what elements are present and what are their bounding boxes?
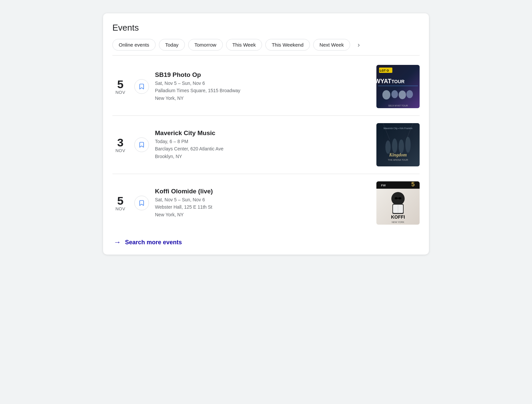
- event-list: 5 NOV SB19 Photo Op Sat, Nov 5 – Sun, No…: [112, 58, 420, 232]
- svg-text:LGT O: LGT O: [380, 69, 389, 72]
- search-more-arrow-icon: →: [114, 238, 121, 247]
- event-name: SB19 Photo Op: [155, 71, 370, 79]
- event-venue: Webster Hall, 125 E 11th St: [155, 204, 212, 210]
- event-meta: Sat, Nov 5 – Sun, Nov 6 Palladium Times …: [155, 80, 370, 102]
- event-date: 5 NOV: [112, 195, 128, 211]
- date-number: 3: [117, 137, 124, 148]
- event-city: Brooklyn, NY: [155, 154, 182, 159]
- svg-rect-27: [395, 197, 398, 199]
- event-info: Maverick City Music Today, 6 – 8 PM Barc…: [155, 129, 370, 160]
- svg-text:THE ARENA TOUR: THE ARENA TOUR: [388, 159, 408, 161]
- event-venue: Palladium Times Square, 1515 Broadway: [155, 88, 240, 93]
- svg-point-9: [406, 90, 413, 98]
- event-row: 5 NOV Koffi Olomide (live) Sat, Nov 5 – …: [112, 174, 420, 232]
- search-more-row[interactable]: → Search more events: [112, 232, 420, 248]
- events-card: Events Online events Today Tomorrow This…: [103, 13, 429, 255]
- event-date: 3 NOV: [112, 137, 128, 153]
- bookmark-button[interactable]: [134, 79, 149, 94]
- svg-rect-28: [398, 197, 401, 199]
- svg-text:NEW YORK: NEW YORK: [392, 221, 404, 223]
- filter-chip-next-week[interactable]: Next Week: [313, 39, 350, 51]
- date-month: NOV: [115, 148, 125, 153]
- filter-row: Online events Today Tomorrow This Week T…: [112, 39, 420, 56]
- event-city: New York, NY: [155, 96, 184, 101]
- event-date-range: Today, 6 – 8 PM: [155, 139, 188, 144]
- svg-point-13: [385, 140, 391, 154]
- event-date-range: Sat, Nov 5 – Sun, Nov 6: [155, 81, 205, 86]
- event-name: Koffi Olomide (live): [155, 188, 370, 195]
- event-thumbnail[interactable]: Maverick City • Kirk Franklin Kingdom TH…: [376, 123, 420, 166]
- svg-rect-5: [378, 86, 418, 86]
- date-month: NOV: [115, 206, 125, 211]
- bookmark-icon: [138, 200, 145, 206]
- filter-chip-today[interactable]: Today: [159, 39, 185, 51]
- filters-next-button[interactable]: ›: [353, 40, 364, 50]
- filter-chip-this-weekend[interactable]: This Weekend: [265, 39, 310, 51]
- event-date-range: Sat, Nov 5 – Sun, Nov 6: [155, 197, 205, 202]
- svg-text:KOFFI: KOFFI: [391, 214, 405, 220]
- svg-point-8: [399, 91, 406, 99]
- svg-point-14: [392, 138, 397, 153]
- filter-chip-this-week[interactable]: This Week: [226, 39, 262, 51]
- search-more-label: Search more events: [125, 239, 182, 246]
- event-date: 5 NOV: [112, 79, 128, 95]
- svg-text:Maverick City • Kirk Franklin: Maverick City • Kirk Franklin: [383, 127, 412, 130]
- event-image-koffi: FW 5 KOFFI NEW YORK: [376, 181, 420, 225]
- event-thumbnail[interactable]: FW 5 KOFFI NEW YORK: [376, 181, 420, 225]
- date-month: NOV: [115, 90, 125, 95]
- svg-text:TOUR: TOUR: [391, 79, 404, 84]
- filter-chip-online[interactable]: Online events: [112, 39, 156, 51]
- event-name: Maverick City Music: [155, 129, 370, 137]
- event-row: 3 NOV Maverick City Music Today, 6 – 8 P…: [112, 116, 420, 174]
- date-number: 5: [117, 195, 124, 206]
- event-row: 5 NOV SB19 Photo Op Sat, Nov 5 – Sun, No…: [112, 58, 420, 116]
- svg-text:FW: FW: [381, 184, 386, 187]
- event-city: New York, NY: [155, 212, 184, 217]
- date-number: 5: [117, 79, 124, 90]
- svg-text:5: 5: [411, 181, 415, 188]
- svg-text:Kingdom: Kingdom: [389, 152, 407, 157]
- svg-text:WYAT: WYAT: [376, 78, 391, 85]
- svg-point-16: [405, 137, 411, 153]
- bookmark-icon: [138, 83, 145, 90]
- bookmark-icon: [138, 141, 145, 148]
- svg-point-25: [391, 192, 405, 205]
- event-venue: Barclays Center, 620 Atlantic Ave: [155, 146, 223, 151]
- event-meta: Sat, Nov 5 – Sun, Nov 6 Webster Hall, 12…: [155, 196, 370, 218]
- event-image-maverick: Maverick City • Kirk Franklin Kingdom TH…: [376, 123, 420, 166]
- event-info: Koffi Olomide (live) Sat, Nov 5 – Sun, N…: [155, 188, 370, 218]
- event-thumbnail[interactable]: LGT O WYAT TOUR SB19 WYAT TOUR: [376, 65, 420, 108]
- bookmark-button[interactable]: [134, 137, 149, 152]
- filter-chip-tomorrow[interactable]: Tomorrow: [188, 39, 223, 51]
- svg-point-6: [382, 90, 390, 100]
- svg-text:SB19 WYAT TOUR: SB19 WYAT TOUR: [388, 104, 408, 107]
- svg-point-15: [399, 139, 404, 153]
- bookmark-button[interactable]: [134, 196, 149, 210]
- event-meta: Today, 6 – 8 PM Barclays Center, 620 Atl…: [155, 138, 370, 160]
- event-info: SB19 Photo Op Sat, Nov 5 – Sun, Nov 6 Pa…: [155, 71, 370, 102]
- svg-point-7: [391, 90, 398, 98]
- page-title: Events: [112, 23, 420, 33]
- event-image-sb19: LGT O WYAT TOUR SB19 WYAT TOUR: [376, 65, 420, 108]
